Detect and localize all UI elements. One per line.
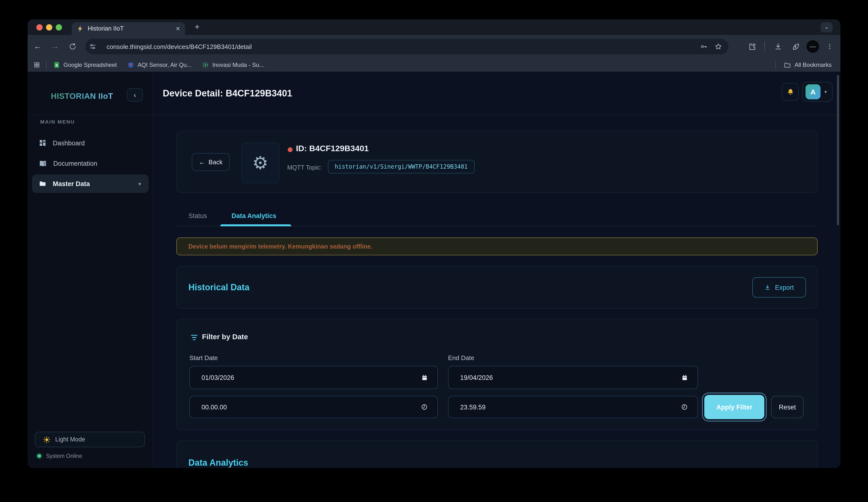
folder-icon (39, 180, 46, 187)
page-scroll-area: ← Back ⚙ ID: B4CF129B3401 MQTT Topic: hi… (153, 115, 840, 468)
notifications-button[interactable] (782, 83, 799, 101)
mqtt-topic-value[interactable]: historian/v1/Sinergi/WWTP/B4CF129B3401 (328, 160, 474, 173)
page-scrollbar[interactable] (837, 75, 839, 225)
folder-icon (784, 61, 791, 69)
export-button[interactable]: Export (752, 277, 806, 298)
historical-data-title: Historical Data (188, 283, 249, 293)
tab-close-icon[interactable]: ✕ (176, 25, 180, 32)
tab-strip: Historian IIoT ✕ + ⌄ (28, 19, 840, 35)
url-text[interactable]: console.thingsid.com/devices/B4CF129B340… (106, 43, 696, 50)
mqtt-topic-label: MQTT Topic: (287, 164, 322, 171)
offline-status-dot (288, 147, 292, 152)
desktop: Historian IIoT ✕ + ⌄ ← → console.thingsi… (0, 0, 868, 502)
reload-icon[interactable] (65, 35, 80, 58)
chevron-down-icon: ▾ (824, 89, 827, 94)
forward-nav-icon[interactable]: → (48, 35, 62, 58)
light-mode-toggle[interactable]: Light Mode (35, 432, 145, 447)
device-gear-icon: ⚙ (241, 142, 279, 183)
historical-data-card: Historical Data Export (176, 266, 818, 309)
back-nav-icon[interactable]: ← (31, 35, 45, 58)
detail-tabs: Status Data Analytics (176, 208, 818, 227)
device-summary-card: ← Back ⚙ ID: B4CF129B3401 MQTT Topic: hi… (176, 131, 818, 193)
back-label: Back (208, 158, 223, 166)
sidebar-item-label: Dashboard (53, 139, 85, 146)
browser-tab[interactable]: Historian IIoT ✕ (72, 22, 185, 35)
app-content: HISTORIAN IIoT ‹ MAIN MENU Dashboard (28, 72, 840, 468)
calendar-icon (421, 374, 428, 381)
bookmarks-bar: Google Spreadsheet AQI Sensor, Air Qu...… (28, 58, 840, 72)
site-settings-icon[interactable] (85, 43, 100, 50)
sun-icon (43, 436, 50, 443)
tab-data-analytics[interactable]: Data Analytics (231, 212, 276, 219)
browser-window: Historian IIoT ✕ + ⌄ ← → console.thingsi… (28, 19, 840, 468)
aqi-icon (127, 62, 134, 68)
system-status: System Online (37, 453, 82, 459)
sidebar-item-dashboard[interactable]: Dashboard (32, 134, 149, 152)
system-status-label: System Online (46, 453, 82, 459)
extensions-puzzle-icon[interactable] (747, 42, 757, 51)
sidebar-logo-row: HISTORIAN IIoT ‹ (28, 72, 153, 115)
page-title: Device Detail: B4CF129B3401 (163, 88, 292, 99)
page-header: Device Detail: B4CF129B3401 A ▾ (153, 72, 840, 115)
active-tab-indicator (220, 224, 291, 226)
online-dot-icon (37, 454, 41, 458)
apply-filter-button[interactable]: Apply Filter (704, 395, 764, 419)
filter-title: Filter by Date (202, 332, 248, 341)
close-window-button[interactable] (36, 24, 43, 31)
main-area: Device Detail: B4CF129B3401 A ▾ (153, 72, 840, 468)
reset-button[interactable]: Reset (771, 396, 804, 418)
all-bookmarks-button[interactable]: All Bookmarks (784, 61, 832, 69)
back-button[interactable]: ← Back (192, 153, 230, 171)
bookmark-inovasi-muda[interactable]: Inovasi Muda - Su... (202, 62, 264, 68)
tab-title: Historian IIoT (88, 25, 172, 32)
back-arrow-icon: ← (199, 158, 205, 166)
sidebar-collapse-button[interactable]: ‹ (127, 88, 143, 102)
zoom-window-button[interactable] (56, 24, 62, 31)
sheets-icon (53, 62, 60, 68)
favicon-lightning-icon (76, 25, 84, 32)
bookmark-star-icon[interactable] (711, 43, 726, 50)
calendar-icon (682, 374, 688, 381)
tab-status[interactable]: Status (188, 212, 207, 219)
data-analytics-card: Data Analytics (176, 440, 818, 468)
data-analytics-title: Data Analytics (188, 458, 248, 468)
clock-icon (681, 404, 688, 410)
start-time-input[interactable]: 00.00.00 (189, 396, 438, 418)
bell-icon (786, 88, 794, 96)
end-time-input[interactable]: 23.59.59 (448, 396, 698, 418)
toolbar-divider (764, 42, 765, 51)
browser-toolbar: ← → console.thingsid.com/devices/B4CF129… (28, 35, 840, 58)
main-menu-label: MAIN MENU (40, 119, 75, 124)
sidebar-item-label: Master Data (53, 180, 90, 187)
chevron-down-icon: ▾ (138, 181, 141, 186)
bookmark-aqi-sensor[interactable]: AQI Sensor, Air Qu... (127, 62, 192, 68)
browser-menu-dots-icon[interactable] (825, 42, 835, 51)
sidebar-item-documentation[interactable]: Documentation (32, 154, 149, 173)
end-date-input[interactable]: 19/04/2026 (448, 366, 698, 389)
downloads-icon[interactable] (773, 42, 783, 51)
sidebar-item-master-data[interactable]: Master Data ▾ (32, 174, 149, 193)
minimize-window-button[interactable] (46, 24, 52, 31)
download-icon (764, 284, 771, 290)
energy-saver-leaf-icon[interactable] (790, 42, 800, 51)
clock-icon (421, 404, 428, 410)
address-bar[interactable]: console.thingsid.com/devices/B4CF129B340… (85, 39, 728, 54)
export-label: Export (775, 284, 794, 291)
light-mode-label: Light Mode (55, 436, 85, 443)
start-date-label: Start Date (189, 354, 218, 361)
documentation-book-icon (39, 159, 47, 167)
dashboard-icon (39, 139, 46, 147)
password-key-icon[interactable] (696, 43, 711, 50)
tab-search-button[interactable]: ⌄ (820, 22, 833, 32)
end-date-label: End Date (448, 354, 474, 361)
filter-icon (190, 334, 198, 341)
start-date-input[interactable]: 01/03/2026 (189, 366, 438, 389)
offline-warning-banner: Device belum mengirim telemetry. Kemungk… (176, 237, 818, 255)
browser-profile-avatar[interactable]: SENA (806, 40, 819, 53)
new-tab-button[interactable]: + (191, 21, 204, 33)
brand-logo: HISTORIAN IIoT (51, 92, 113, 101)
user-menu-button[interactable]: A ▾ (802, 82, 833, 102)
bookmark-google-spreadsheet[interactable]: Google Spreadsheet (53, 62, 117, 68)
sidebar: HISTORIAN IIoT ‹ MAIN MENU Dashboard (28, 72, 153, 468)
apps-grid-icon[interactable] (33, 62, 40, 68)
